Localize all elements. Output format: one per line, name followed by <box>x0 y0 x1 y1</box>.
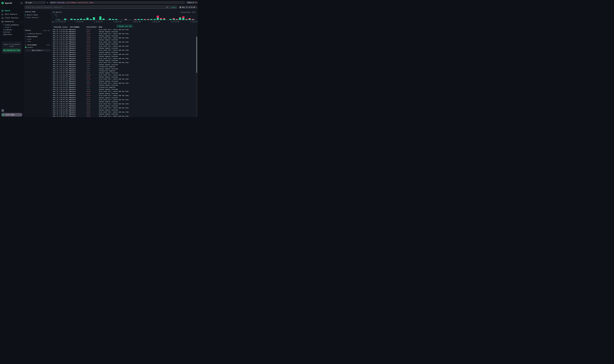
error-checkbox[interactable] <box>25 39 26 40</box>
table-row[interactable]: ›May 15 1:41:14.373 PMpaymentinfoTransac… <box>51 86 195 88</box>
histogram-bar[interactable] <box>144 19 146 20</box>
histogram-bar[interactable] <box>189 18 191 20</box>
histogram-bar[interactable] <box>185 19 188 20</box>
histogram-bar[interactable] <box>157 16 159 20</box>
histogram-bar[interactable] <box>74 19 76 20</box>
row-expand-chevron[interactable]: › <box>51 35 53 37</box>
row-expand-chevron[interactable]: › <box>51 43 53 45</box>
row-expand-chevron[interactable]: › <box>51 55 53 57</box>
table-row[interactable]: ›May 15 1:41:47.823 PMpaymentinfoTransac… <box>51 70 195 72</box>
table-row[interactable]: ›May 15 1:40:10.601 PMpaymenterrorVisa c… <box>51 111 195 113</box>
row-expand-chevron[interactable]: › <box>51 84 53 86</box>
table-row[interactable]: ›May 15 1:40:14.511 PMpaymenterrorVisa c… <box>51 107 195 109</box>
table-row[interactable]: ›May 15 1:42:43.336 PMpaymentinfoCharge … <box>51 35 195 37</box>
drag-handle-icon[interactable]: ⋮⋮ <box>69 26 71 27</box>
histogram-bar[interactable] <box>147 19 149 20</box>
row-expand-chevron[interactable]: › <box>51 41 53 43</box>
row-expand-chevron[interactable]: › <box>51 101 53 103</box>
column-header-timestamp[interactable]: Timestamp (Local) <box>53 26 70 28</box>
create-dashboard-button[interactable]: + Create Dashboard <box>0 24 24 26</box>
table-row[interactable]: ›May 15 1:42:26.920 PMpaymentinfoCharge … <box>51 43 195 45</box>
table-row[interactable]: ›May 15 1:41:21.678 PMpaymenterrorVisa c… <box>51 82 195 84</box>
table-row[interactable]: ›May 15 1:42:04.392 PMpaymenterrorVisa c… <box>51 53 195 55</box>
table-row[interactable]: ›May 15 1:42:01.814 PMpaymentinfoCharge … <box>51 59 195 62</box>
get-started-button[interactable]: Get Started for Free <box>3 49 21 52</box>
gear-icon[interactable]: ⚙ <box>47 2 48 4</box>
table-row[interactable]: ›May 15 1:42:13.019 PMpaymentinfoCharge … <box>51 47 195 49</box>
row-expand-chevron[interactable]: › <box>51 33 53 35</box>
table-row[interactable]: ›May 15 1:41:47.766 PMpaymentinfoCharge … <box>51 72 195 74</box>
histogram-bar[interactable] <box>83 19 85 20</box>
table-row[interactable]: ›May 15 1:40:38.462 PMpaymentinfoCharge … <box>51 97 195 99</box>
preset-item-kubernetes[interactable]: Kubernetes <box>0 33 24 36</box>
search-input[interactable]: Search your events w/ Lucene ex. column:… <box>25 6 177 9</box>
histogram-bar[interactable] <box>90 19 92 20</box>
table-row[interactable]: ›May 15 1:40:07.413 PMpaymenterrorVisa c… <box>51 115 195 117</box>
preset-item-clickhouse[interactable]: Clickhouse <box>0 29 24 31</box>
row-expand-chevron[interactable]: › <box>51 111 53 113</box>
histogram-bar[interactable] <box>163 18 165 20</box>
table-row[interactable]: ›May 15 1:42:50.834 PMpaymentinfoCharge … <box>51 31 195 33</box>
row-expand-chevron[interactable]: › <box>51 115 53 117</box>
chevron-up-icon[interactable]: ∧ <box>22 21 22 22</box>
column-header-severitytext[interactable]: SeverityText <box>87 26 99 28</box>
sql-select-editor[interactable]: SELECT Timestamp, ServiceName, SeverityT… <box>49 1 185 4</box>
sidebar-item-client-sessions[interactable]: Client Sessions <box>0 16 24 19</box>
presets-toggle[interactable]: ∨ PRESETS <box>0 26 24 28</box>
table-row[interactable]: ›May 15 1:40:26.445 PMpaymenterrorVisa c… <box>51 99 195 101</box>
histogram-bar[interactable] <box>176 19 178 20</box>
table-row[interactable]: ›May 15 1:41:57.178 PMpaymentinfoCharge … <box>51 64 195 66</box>
histogram-bar[interactable] <box>192 19 194 20</box>
row-expand-chevron[interactable]: › <box>51 109 53 111</box>
filter-option-error[interactable]: error <box>25 38 50 40</box>
scrollbar-thumb[interactable] <box>196 37 197 73</box>
row-expand-chevron[interactable]: › <box>51 47 53 49</box>
table-row[interactable]: ›May 15 1:40:24.214 PMpaymentinfoCharge … <box>51 105 195 107</box>
histogram-bar[interactable] <box>115 19 117 20</box>
row-expand-chevron[interactable]: › <box>51 105 53 107</box>
table-row[interactable]: ›May 15 1:41:53.274 PMpaymentinfoTransac… <box>51 66 195 68</box>
row-expand-chevron[interactable]: › <box>51 37 53 39</box>
histogram-bar[interactable] <box>58 20 60 20</box>
table-row[interactable]: ›May 15 1:41:14.361 PMpaymentinfoCharge … <box>51 88 195 90</box>
language-lucene-button[interactable]: Lucene <box>171 7 176 8</box>
table-row[interactable]: ›May 15 1:42:04.376 PMpaymentinfoCharge … <box>51 55 195 57</box>
table-row[interactable]: ›May 15 1:40:44.546 PMpaymentinfoCharge … <box>51 92 195 94</box>
payment-checkbox[interactable]: ✓ <box>25 47 26 48</box>
filter-option-info[interactable]: info <box>25 40 50 42</box>
row-expand-chevron[interactable]: › <box>51 58 53 59</box>
histogram-bar[interactable] <box>173 18 175 20</box>
sidebar-item-chart-explorer[interactable]: Chart Explorer <box>0 13 24 16</box>
table-row[interactable]: ›May 15 1:42:36.184 PMpaymentinfoCharge … <box>51 39 195 41</box>
table-row[interactable]: ›May 15 1:42:13.055 PMpaymenterrorVisa c… <box>51 45 195 47</box>
filter-option-payment[interactable]: ✓ payment <box>25 46 50 48</box>
help-button[interactable]: ? <box>1 109 4 112</box>
date-range-picker[interactable]: May 15 13:32:00 - May 15 13:43:00 <box>178 6 197 9</box>
scrollbar[interactable] <box>196 36 197 117</box>
column-header-servicename[interactable]: ServiceName <box>70 26 87 28</box>
row-expand-chevron[interactable]: › <box>51 103 53 105</box>
histogram-bar[interactable] <box>141 19 143 20</box>
row-expand-chevron[interactable]: › <box>51 74 53 76</box>
language-sql-button[interactable]: SQL <box>166 7 169 8</box>
table-row[interactable]: ›May 15 1:41:30.283 PMpaymenterrorVisa c… <box>51 74 195 76</box>
row-expand-chevron[interactable]: › <box>51 95 53 96</box>
table-row[interactable]: ›May 15 1:40:14.505 PMpaymentinfoCharge … <box>51 109 195 111</box>
row-expand-chevron[interactable]: › <box>51 91 53 92</box>
histogram-bar[interactable] <box>80 19 82 20</box>
sidebar-item-dashboards[interactable]: Dashboards ∧ <box>0 20 24 23</box>
histogram-bar[interactable] <box>150 19 152 20</box>
row-expand-chevron[interactable]: › <box>51 52 53 53</box>
table-row[interactable]: ›May 15 1:42:27.131 PMpaymenterrorVisa c… <box>51 41 195 43</box>
row-expand-chevron[interactable]: › <box>51 80 53 82</box>
row-expand-chevron[interactable]: › <box>51 82 53 84</box>
row-expand-chevron[interactable]: › <box>51 45 53 47</box>
row-expand-chevron[interactable]: › <box>51 93 53 94</box>
table-row[interactable]: ›May 15 1:40:24.219 PMpaymenterrorVisa c… <box>51 103 195 105</box>
row-expand-chevron[interactable]: › <box>51 72 53 74</box>
drag-handle-icon[interactable]: ⋮⋮ <box>97 26 99 27</box>
row-expand-chevron[interactable]: › <box>51 76 53 78</box>
histogram-bar[interactable] <box>125 19 127 20</box>
more-filters-button[interactable]: More filters ∨ <box>25 49 50 52</box>
histogram-bar[interactable] <box>93 17 95 20</box>
